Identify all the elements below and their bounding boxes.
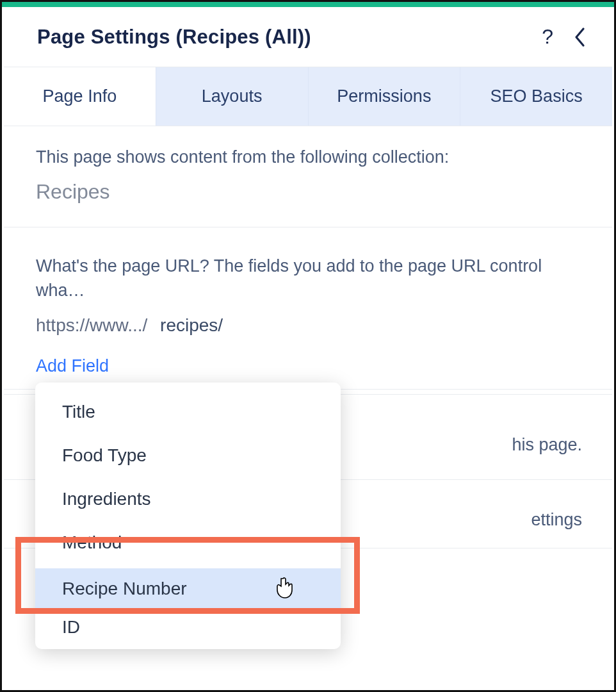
page-url-row: https://www.../ recipes/ bbox=[36, 315, 580, 336]
add-field-link[interactable]: Add Field bbox=[36, 356, 109, 376]
back-chevron-icon[interactable] bbox=[574, 27, 587, 47]
obscured-text-this-page: his page. bbox=[512, 435, 582, 455]
dropdown-item-title[interactable]: Title bbox=[35, 394, 341, 438]
collection-name: Recipes bbox=[36, 180, 580, 204]
top-accent-bar bbox=[2, 2, 614, 7]
collection-description: This page shows content from the followi… bbox=[36, 145, 580, 170]
dropdown-item-food-type[interactable]: Food Type bbox=[35, 438, 341, 481]
url-path-input[interactable]: recipes/ bbox=[160, 315, 223, 335]
header-actions: ? bbox=[542, 25, 587, 49]
page-title: Page Settings (Recipes (All)) bbox=[37, 26, 311, 49]
dropdown-item-id[interactable]: ID bbox=[35, 609, 341, 644]
dropdown-item-ingredients[interactable]: Ingredients bbox=[35, 481, 341, 525]
dropdown-item-recipe-number[interactable]: Recipe Number bbox=[35, 568, 341, 609]
tab-permissions[interactable]: Permissions bbox=[309, 67, 461, 126]
tab-page-info[interactable]: Page Info bbox=[4, 67, 156, 126]
tab-layouts[interactable]: Layouts bbox=[156, 67, 309, 126]
url-base: https://www.../ bbox=[36, 315, 147, 335]
panel-header: Page Settings (Recipes (All)) ? bbox=[4, 7, 612, 67]
help-icon[interactable]: ? bbox=[542, 25, 553, 49]
settings-panel-frame: Page Settings (Recipes (All)) ? Page Inf… bbox=[0, 0, 616, 692]
page-url-question: What's the page URL? The fields you add … bbox=[36, 254, 580, 303]
add-field-dropdown: Title Food Type Ingredients Method Recip… bbox=[35, 383, 341, 649]
tab-seo-basics[interactable]: SEO Basics bbox=[460, 67, 612, 126]
page-url-section: What's the page URL? The fields you add … bbox=[4, 227, 612, 390]
tab-bar: Page Info Layouts Permissions SEO Basics bbox=[4, 67, 612, 126]
dropdown-item-method[interactable]: Method bbox=[35, 525, 341, 568]
obscured-text-settings: ettings bbox=[531, 510, 582, 530]
collection-section: This page shows content from the followi… bbox=[4, 126, 612, 227]
